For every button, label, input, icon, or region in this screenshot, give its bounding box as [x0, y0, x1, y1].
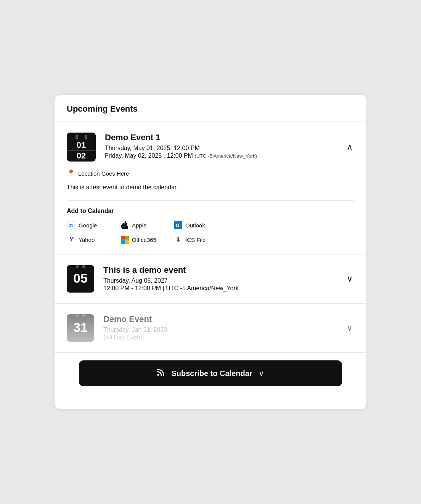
event-title-1: Demo Event 1 — [105, 133, 336, 142]
google-calendar-link[interactable]: 31 Google — [67, 220, 120, 230]
event-main-2: 05 This is a demo event Thursday, Aug 05… — [55, 254, 366, 303]
event-expanded-1: 📍 Location Goes Here This is a test even… — [55, 169, 366, 254]
office365-calendar-link[interactable]: Office365 — [120, 234, 174, 245]
svg-rect-5 — [125, 236, 129, 240]
event-date3-line2: (All Day Event) — [103, 334, 336, 341]
subscribe-bar-wrapper: Subscribe to Calendar ∨ — [55, 353, 366, 409]
ics-file-link[interactable]: ⬇ ICS File — [174, 234, 227, 245]
date-day-event3: 31 — [73, 321, 88, 334]
svg-rect-6 — [121, 240, 125, 244]
outlook-label: Outlook — [185, 222, 205, 229]
ics-icon: ⬇ — [174, 235, 183, 244]
calendar-icon-event1: 01 02 — [67, 133, 96, 162]
event-date-end: Friday, May 02, 2025 , 12:00 PM (UTC -5 … — [105, 152, 336, 159]
calendar-icon-event3: 31 — [67, 314, 94, 342]
subscribe-chevron-icon: ∨ — [259, 369, 264, 378]
clip-right-2 — [82, 265, 85, 268]
clip-right-3 — [82, 314, 85, 317]
yahoo-calendar-link[interactable]: Y Yahoo — [67, 234, 120, 245]
event-title-3: Demo Event — [103, 314, 336, 324]
apple-label: Apple — [132, 222, 146, 229]
event-date2-line1: Thursday, Aug 05, 2027 — [103, 277, 336, 284]
svg-rect-7 — [125, 240, 129, 244]
event-date2-line2: 12:00 PM - 12:00 PM | UTC -5 America/New… — [103, 285, 336, 292]
add-to-calendar-section: Add to Calendar 31 Google — [67, 200, 354, 245]
outlook-calendar-link[interactable]: O Outlook — [174, 220, 227, 230]
calendar-icon-event2: 05 — [67, 265, 94, 293]
svg-point-8 — [157, 374, 159, 376]
event-item-3: 31 Demo Event Thursday, Jan 31, 2030 (Al… — [55, 304, 366, 353]
location-row: 📍 Location Goes Here — [67, 169, 354, 178]
date-day-event2: 05 — [73, 272, 88, 285]
location-text: Location Goes Here — [78, 170, 129, 177]
event-main-3: 31 Demo Event Thursday, Jan 31, 2030 (Al… — [55, 304, 366, 352]
event-info-3: Demo Event Thursday, Jan 31, 2030 (All D… — [103, 314, 336, 342]
event-title-2: This is a demo event — [103, 265, 336, 275]
location-icon: 📍 — [67, 169, 75, 178]
clip-pin-left — [76, 135, 78, 139]
clip-left-2 — [76, 265, 79, 268]
event-timezone: (UTC -5 America/New_York) — [194, 153, 257, 159]
google-cal-icon: 31 — [67, 221, 76, 230]
apple-icon — [120, 221, 129, 230]
office365-label: Office365 — [132, 237, 156, 243]
event-main-1: 01 02 Demo Event 1 Thursday, May 01, 202… — [55, 122, 366, 169]
date-day2: 02 — [77, 151, 86, 160]
event-info-2: This is a demo event Thursday, Aug 05, 2… — [103, 265, 336, 293]
widget-title: Upcoming Events — [67, 104, 354, 114]
event-toggle-1[interactable]: ∧ — [345, 141, 354, 154]
apple-calendar-link[interactable]: Apple — [120, 220, 174, 230]
calendar-links-grid: 31 Google Apple — [67, 220, 227, 245]
google-label: Google — [79, 222, 97, 229]
event-item-2: 05 This is a demo event Thursday, Aug 05… — [55, 254, 366, 304]
subscribe-label: Subscribe to Calendar — [171, 369, 252, 378]
event-toggle-2[interactable]: ∨ — [345, 272, 354, 285]
clip-left-3 — [76, 314, 79, 317]
subscribe-bar[interactable]: Subscribe to Calendar ∨ — [79, 360, 342, 386]
event-date-start: Thursday, May 01, 2025, 12:00 PM — [105, 145, 336, 152]
svg-rect-4 — [121, 236, 125, 240]
dates-area: 01 02 — [67, 139, 96, 162]
rss-icon — [157, 368, 165, 379]
clip-row-3 — [67, 314, 94, 317]
event-item-1: 01 02 Demo Event 1 Thursday, May 01, 202… — [55, 122, 366, 254]
date-day1: 01 — [67, 141, 96, 150]
clip-pin-right — [85, 135, 87, 139]
svg-text:O: O — [176, 223, 179, 228]
yahoo-icon: Y — [67, 235, 76, 244]
clip-row-2 — [67, 265, 94, 268]
ics-label: ICS File — [185, 237, 206, 243]
yahoo-label: Yahoo — [79, 237, 95, 243]
event-description: This is a test event to demo the calenda… — [67, 183, 354, 192]
outlook-icon: O — [174, 221, 183, 230]
event-toggle-3[interactable]: ∨ — [345, 322, 354, 334]
office365-icon — [120, 235, 129, 244]
event-info-1: Demo Event 1 Thursday, May 01, 2025, 12:… — [105, 133, 336, 160]
widget-header: Upcoming Events — [55, 95, 366, 122]
upcoming-events-widget: Upcoming Events 01 02 Demo Event 1 Thurs… — [54, 94, 367, 410]
event-date3-line1: Thursday, Jan 31, 2030 — [103, 326, 336, 333]
add-to-calendar-label: Add to Calendar — [67, 208, 354, 214]
svg-text:31: 31 — [69, 223, 73, 228]
